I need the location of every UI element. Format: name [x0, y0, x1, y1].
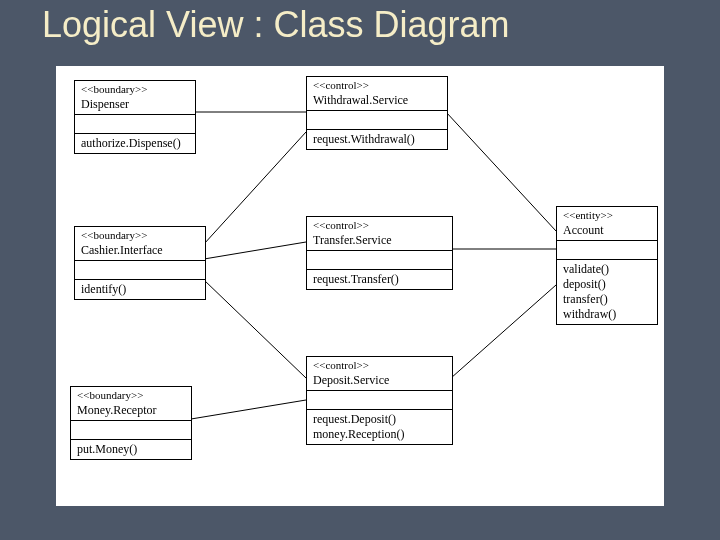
operations: authorize.Dispense() — [75, 133, 195, 153]
class-header: <<control>> Deposit.Service — [307, 357, 452, 390]
class-account: <<entity>> Account validate() deposit() … — [556, 206, 658, 325]
attributes-empty — [307, 110, 447, 129]
operation: request.Deposit() — [313, 412, 446, 427]
stereotype: <<boundary>> — [77, 389, 185, 403]
operations: request.Withdrawal() — [307, 129, 447, 149]
operation: authorize.Dispense() — [81, 136, 189, 151]
operations: identify() — [75, 279, 205, 299]
class-header: <<control>> Transfer.Service — [307, 217, 452, 250]
attributes-empty — [75, 114, 195, 133]
stereotype: <<control>> — [313, 219, 446, 233]
class-header: <<boundary>> Money.Receptor — [71, 387, 191, 420]
class-header: <<entity>> Account — [557, 207, 657, 240]
class-name: Deposit.Service — [313, 373, 446, 388]
operations: request.Transfer() — [307, 269, 452, 289]
class-name: Account — [563, 223, 651, 238]
operations: put.Money() — [71, 439, 191, 459]
attributes-empty — [307, 390, 452, 409]
svg-line-1 — [204, 132, 306, 244]
operation: put.Money() — [77, 442, 185, 457]
class-name: Cashier.Interface — [81, 243, 199, 258]
slide: Logical View : Class Diagram <<boundary>… — [0, 0, 720, 540]
class-name: Money.Receptor — [77, 403, 185, 418]
operation: request.Transfer() — [313, 272, 446, 287]
attributes-empty — [307, 250, 452, 269]
class-name: Withdrawal.Service — [313, 93, 441, 108]
stereotype: <<control>> — [313, 79, 441, 93]
operation: request.Withdrawal() — [313, 132, 441, 147]
stereotype: <<boundary>> — [81, 83, 189, 97]
svg-line-5 — [446, 112, 556, 231]
class-header: <<boundary>> Dispenser — [75, 81, 195, 114]
class-transfer-service: <<control>> Transfer.Service request.Tra… — [306, 216, 453, 290]
operation: withdraw() — [563, 307, 651, 322]
stereotype: <<entity>> — [563, 209, 651, 223]
svg-line-2 — [204, 242, 306, 259]
operations: validate() deposit() transfer() withdraw… — [557, 259, 657, 324]
attributes-empty — [557, 240, 657, 259]
class-withdrawal-service: <<control>> Withdrawal.Service request.W… — [306, 76, 448, 150]
class-diagram: <<boundary>> Dispenser authorize.Dispens… — [56, 66, 664, 506]
operation: money.Reception() — [313, 427, 446, 442]
slide-title: Logical View : Class Diagram — [42, 4, 510, 46]
operation: deposit() — [563, 277, 651, 292]
class-name: Dispenser — [81, 97, 189, 112]
svg-line-3 — [204, 280, 306, 378]
stereotype: <<boundary>> — [81, 229, 199, 243]
class-name: Transfer.Service — [313, 233, 446, 248]
class-header: <<boundary>> Cashier.Interface — [75, 227, 205, 260]
class-deposit-service: <<control>> Deposit.Service request.Depo… — [306, 356, 453, 445]
stereotype: <<control>> — [313, 359, 446, 373]
svg-line-7 — [451, 285, 556, 378]
operations: request.Deposit() money.Reception() — [307, 409, 452, 444]
attributes-empty — [75, 260, 205, 279]
class-dispenser: <<boundary>> Dispenser authorize.Dispens… — [74, 80, 196, 154]
class-cashier-interface: <<boundary>> Cashier.Interface identify(… — [74, 226, 206, 300]
operation: identify() — [81, 282, 199, 297]
attributes-empty — [71, 420, 191, 439]
class-money-receptor: <<boundary>> Money.Receptor put.Money() — [70, 386, 192, 460]
class-header: <<control>> Withdrawal.Service — [307, 77, 447, 110]
operation: validate() — [563, 262, 651, 277]
operation: transfer() — [563, 292, 651, 307]
svg-line-4 — [191, 400, 306, 419]
